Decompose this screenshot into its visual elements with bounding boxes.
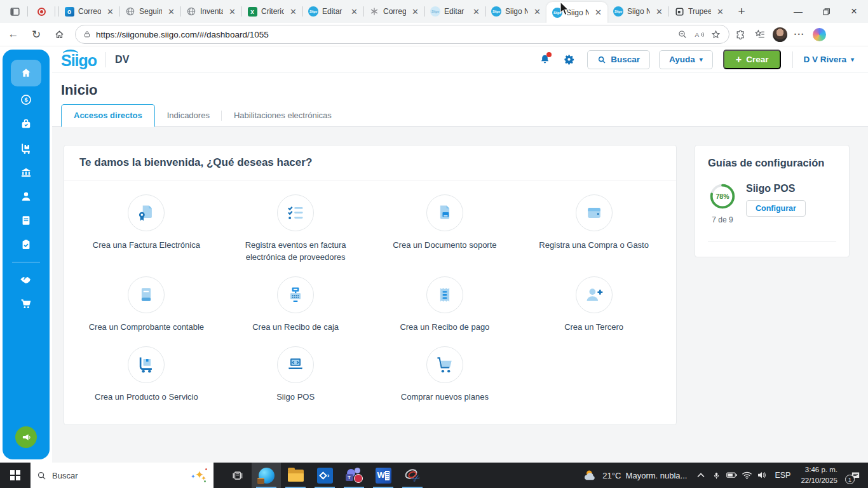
- browser-tab[interactable]: Seguimi ✕: [119, 0, 180, 23]
- snipping-tool-icon: ✂: [404, 468, 421, 483]
- user-menu[interactable]: D V Rivera ▾: [803, 55, 854, 64]
- close-window-button[interactable]: ×: [840, 0, 868, 23]
- taskbar-search[interactable]: Buscar ✦✦✦: [31, 463, 214, 488]
- browser-tab[interactable]: Siigo Editar ✕: [424, 0, 485, 23]
- favorites-bar-icon[interactable]: [751, 25, 769, 43]
- taskbar-app-teams[interactable]: T: [339, 463, 369, 488]
- globe-icon: [186, 6, 196, 17]
- language-indicator[interactable]: ESP: [770, 471, 796, 480]
- sidebar-item-sales[interactable]: $: [11, 88, 41, 112]
- browser-tab-active[interactable]: Siigo Siigo N ✕: [546, 2, 607, 23]
- shortcut-documento-soporte[interactable]: Crea un Documento soporte: [370, 194, 520, 264]
- close-tab-icon[interactable]: ✕: [105, 7, 116, 17]
- profile-avatar[interactable]: [771, 25, 789, 43]
- shortcut-tercero[interactable]: Crea un Tercero: [519, 276, 668, 334]
- close-tab-icon[interactable]: ✕: [471, 7, 482, 17]
- sidebar-item-partners[interactable]: [11, 268, 41, 292]
- pinned-tab-recording[interactable]: [31, 3, 51, 20]
- browser-tab[interactable]: Inventa ✕: [180, 0, 241, 23]
- close-tab-icon[interactable]: ✕: [349, 7, 360, 17]
- handshake-icon: [19, 273, 33, 287]
- new-tab-button[interactable]: +: [732, 2, 751, 21]
- svg-text:$: $: [24, 97, 27, 103]
- browser-tab[interactable]: Corregi ✕: [363, 0, 424, 23]
- announcements-button[interactable]: [15, 426, 37, 448]
- remote-app-icon: ›: [317, 468, 333, 484]
- sidebar-item-purchases[interactable]: [11, 112, 41, 136]
- start-button[interactable]: [0, 463, 31, 488]
- shortcut-factura-electronica[interactable]: Crea una Factura Electrónica: [72, 194, 221, 264]
- volume-icon[interactable]: [754, 463, 770, 488]
- sidebar-item-home[interactable]: [11, 60, 41, 86]
- shortcut-comprobante-contable[interactable]: Crea un Comprobante contable: [72, 276, 221, 334]
- taskbar-weather[interactable]: 21°C Mayorm. nubla...: [583, 469, 687, 482]
- sidebar-item-inventory[interactable]: [11, 136, 41, 160]
- close-tab-icon[interactable]: ✕: [593, 8, 604, 17]
- excel-icon: x: [247, 6, 257, 17]
- shortcut-compra-gasto[interactable]: Registra una Compra o Gasto: [519, 194, 668, 264]
- extensions-icon[interactable]: [731, 25, 749, 43]
- divider: [55, 6, 55, 17]
- notification-center-button[interactable]: 1: [843, 463, 868, 488]
- browser-tab[interactable]: Trupee ✕: [668, 0, 729, 23]
- close-tab-icon[interactable]: ✕: [715, 7, 726, 17]
- favorite-star-icon[interactable]: [707, 26, 724, 43]
- browser-tab[interactable]: Siigo Siigo N ✕: [485, 0, 546, 23]
- shortcut-eventos-factura[interactable]: Registra eventos en factura electrónica …: [221, 194, 370, 264]
- close-tab-icon[interactable]: ✕: [166, 7, 177, 17]
- task-view-button[interactable]: [222, 463, 252, 488]
- copilot-icon[interactable]: [810, 25, 828, 43]
- tab-habilitaciones-electronicas[interactable]: Habilitaciones electrónicas: [222, 105, 344, 126]
- close-tab-icon[interactable]: ✕: [654, 7, 665, 17]
- shortcut-comprar-planes[interactable]: Comprar nuevos planes: [370, 346, 520, 403]
- taskbar-app-file-explorer[interactable]: [281, 463, 310, 488]
- tray-chevron-icon[interactable]: [693, 463, 709, 488]
- shortcut-recibo-pago[interactable]: Crea un Recibo de pago: [370, 276, 520, 334]
- close-tab-icon[interactable]: ✕: [410, 7, 421, 17]
- notifications-button[interactable]: [535, 50, 554, 69]
- taskbar-app-snipping-tool[interactable]: ✂: [398, 463, 427, 488]
- taskbar-app-remote[interactable]: ›: [310, 463, 339, 488]
- close-tab-icon[interactable]: ✕: [227, 7, 238, 17]
- sidebar-item-contacts[interactable]: [11, 184, 41, 208]
- tab-indicadores[interactable]: Indicadores: [155, 105, 222, 126]
- search-button[interactable]: Buscar: [587, 50, 650, 69]
- sidebar-item-tasks[interactable]: [11, 233, 41, 257]
- close-tab-icon[interactable]: ✕: [532, 7, 543, 17]
- shortcut-recibo-caja[interactable]: Crea un Recibo de caja: [221, 276, 370, 334]
- taskbar-clock[interactable]: 3:46 p. m. 22/10/2025: [796, 464, 843, 485]
- taskbar-app-edge[interactable]: [252, 463, 281, 488]
- zoom-out-icon[interactable]: [674, 26, 691, 43]
- configure-button[interactable]: Configurar: [746, 200, 806, 217]
- settings-button[interactable]: [559, 50, 578, 69]
- minimize-button[interactable]: —: [784, 0, 812, 23]
- shortcut-siigo-pos[interactable]: Siigo POS: [221, 346, 370, 403]
- browser-menu-icon[interactable]: ···: [790, 25, 808, 43]
- refresh-icon[interactable]: ↻: [27, 25, 46, 44]
- browser-tab[interactable]: x Criterio ✕: [241, 0, 302, 23]
- tab-accesos-directos[interactable]: Accesos directos: [61, 104, 155, 127]
- restore-button[interactable]: [812, 0, 840, 23]
- url-field[interactable]: https://siigonube.siigo.com/#/dashboard/…: [75, 25, 729, 44]
- help-menu-button[interactable]: Ayuda ▾: [659, 50, 713, 69]
- sidebar-item-ledger[interactable]: [11, 208, 41, 233]
- create-button[interactable]: + Crear: [723, 50, 782, 69]
- notification-dot: [546, 52, 552, 57]
- screen: o Correo ✕ Seguimi ✕ Inventa ✕ x Criteri…: [0, 0, 868, 488]
- shortcut-producto-servicio[interactable]: Crea un Producto o Servicio: [72, 346, 221, 403]
- sidebar-item-store[interactable]: [11, 292, 41, 316]
- read-aloud-icon[interactable]: A: [691, 26, 707, 43]
- taskbar-app-word[interactable]: W: [369, 463, 398, 488]
- vertical-tabs-icon[interactable]: [5, 3, 24, 20]
- wifi-icon[interactable]: [739, 463, 754, 488]
- siigo-logo[interactable]: Siigo: [61, 50, 97, 70]
- close-tab-icon[interactable]: ✕: [288, 7, 299, 17]
- home-icon[interactable]: [50, 25, 69, 44]
- microphone-icon[interactable]: [709, 463, 724, 488]
- sidebar-item-bank[interactable]: [11, 160, 41, 184]
- back-icon[interactable]: ←: [4, 25, 23, 44]
- browser-tab[interactable]: o Correo ✕: [58, 0, 119, 23]
- browser-tab[interactable]: Siigo Editar ✕: [302, 0, 363, 23]
- battery-icon[interactable]: [724, 463, 739, 488]
- browser-tab[interactable]: Siigo Siigo N ✕: [607, 0, 668, 23]
